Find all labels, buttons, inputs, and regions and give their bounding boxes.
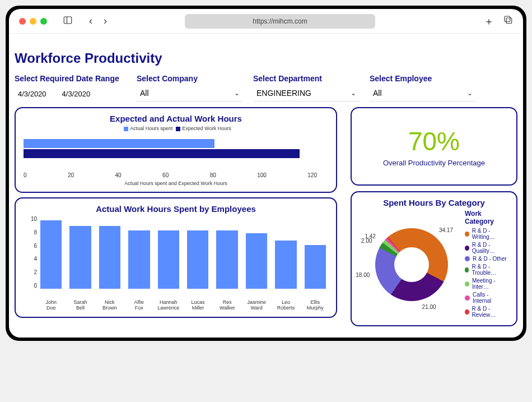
legend-item: R & D - Writing… bbox=[465, 228, 508, 240]
x-category-label: JasmineWard bbox=[246, 300, 267, 311]
nav-forward-icon[interactable]: › bbox=[99, 15, 112, 27]
chart-legend: Actual Hours spentExpected Work Hours bbox=[24, 126, 328, 131]
svg-rect-3 bbox=[506, 18, 512, 24]
nav-back-icon[interactable]: ‹ bbox=[84, 15, 97, 27]
vbar-alfie-fox bbox=[128, 230, 150, 289]
browser-bar: ‹ › https://mihcm.com ＋ bbox=[9, 9, 523, 34]
legend-item: Meeting - Inter… bbox=[465, 278, 508, 290]
chart-title: Actual Work Hours Spent by Employees bbox=[24, 204, 328, 214]
x-category-label: EllisMurphy bbox=[305, 300, 326, 311]
card-expected-actual: Expected and Actual Work Hours Actual Ho… bbox=[15, 107, 337, 193]
donut-legend: Work Category R & D - Writing…R & D - Qu… bbox=[465, 210, 508, 320]
x-axis-label: Actual Hours spent and Expected Work Hou… bbox=[24, 181, 328, 186]
close-window-icon[interactable] bbox=[19, 18, 26, 25]
kpi-value: 70% bbox=[408, 126, 460, 156]
legend-item: R & D - Quality… bbox=[465, 242, 508, 254]
x-category-label: HannahLawrence bbox=[157, 300, 179, 311]
vbar-chart: 1086420 JohnDoeSarahBellNickBrownAlfieFo… bbox=[24, 216, 328, 311]
department-select[interactable]: ENGINEERING ⌄ bbox=[253, 86, 360, 101]
hbar-actual-hours-spent bbox=[24, 139, 214, 148]
sidebar-toggle-icon[interactable] bbox=[63, 15, 73, 27]
vbar-lucas-miller bbox=[187, 230, 208, 289]
x-category-label: RexWalker bbox=[217, 300, 238, 311]
filter-label-employee: Select Employee bbox=[370, 74, 476, 83]
employee-value: All bbox=[373, 89, 382, 98]
x-category-label: AlfieFox bbox=[128, 300, 150, 311]
chart-title: Expected and Actual Work Hours bbox=[24, 114, 328, 123]
employee-select[interactable]: All ⌄ bbox=[370, 86, 476, 101]
filter-bar: Select Required Date Range 4/3/2020 4/3/… bbox=[15, 74, 517, 101]
donut-value-label: 18.00 bbox=[356, 272, 370, 278]
url-text: https://mihcm.com bbox=[253, 17, 307, 25]
x-category-label: SarahBell bbox=[69, 300, 91, 311]
card-kpi: 70% Overall Productivity Percentage bbox=[351, 107, 517, 186]
page-title: Workforce Productivity bbox=[15, 50, 517, 66]
date-end-input[interactable]: 4/3/2020 bbox=[62, 90, 91, 98]
card-by-employee: Actual Work Hours Spent by Employees 108… bbox=[15, 197, 337, 318]
kpi-label: Overall Productivity Percentage bbox=[383, 159, 485, 167]
vbar-leo-roberts bbox=[275, 241, 296, 289]
x-category-label: LeoRoberts bbox=[275, 300, 296, 311]
legend-item: R & D - Other bbox=[465, 256, 508, 262]
x-category-label: LucasMiller bbox=[187, 300, 208, 311]
chart-title: Spent Hours By Category bbox=[360, 198, 508, 207]
company-value: All bbox=[140, 89, 149, 98]
company-select[interactable]: All ⌄ bbox=[137, 86, 243, 101]
legend-title: Work Category bbox=[465, 210, 508, 225]
donut-value-label: 1.42 bbox=[365, 233, 375, 239]
legend-item: R & D - Trouble… bbox=[465, 264, 508, 276]
filter-label-company: Select Company bbox=[137, 74, 243, 83]
vbar-hannah-lawrence bbox=[158, 230, 179, 289]
legend-item: R & D - Review… bbox=[465, 306, 508, 318]
chevron-down-icon: ⌄ bbox=[234, 89, 240, 97]
hbar-chart: 020406080100120 Actual Hours spent and E… bbox=[24, 136, 328, 186]
chevron-down-icon: ⌄ bbox=[467, 89, 473, 97]
maximize-window-icon[interactable] bbox=[40, 18, 47, 25]
minimize-window-icon[interactable] bbox=[30, 18, 36, 25]
svg-rect-0 bbox=[64, 17, 72, 24]
window-controls bbox=[19, 18, 47, 25]
vbar-jasmine-ward bbox=[246, 233, 267, 289]
date-start-input[interactable]: 4/3/2020 bbox=[18, 90, 46, 98]
vbar-ellis-murphy bbox=[305, 245, 326, 289]
legend-item: Calls - Internal bbox=[465, 292, 508, 304]
card-by-category: Spent Hours By Category 34.1721.0018.002… bbox=[351, 191, 517, 326]
tabs-overview-icon[interactable] bbox=[503, 15, 513, 28]
vbar-nick-brown bbox=[99, 226, 120, 289]
donut-value-label: 21.00 bbox=[422, 304, 436, 310]
filter-label-date-range: Select Required Date Range bbox=[15, 74, 127, 83]
vbar-john-doe bbox=[40, 220, 62, 289]
x-category-label: JohnDoe bbox=[40, 300, 62, 311]
donut-value-label: 34.17 bbox=[439, 227, 453, 233]
chevron-down-icon: ⌄ bbox=[351, 89, 356, 97]
hbar-expected-work-hours bbox=[24, 149, 300, 158]
donut-chart: 34.1721.0018.002.001.42 bbox=[360, 214, 460, 315]
department-value: ENGINEERING bbox=[256, 89, 311, 98]
url-bar[interactable]: https://mihcm.com bbox=[185, 14, 375, 29]
x-category-label: NickBrown bbox=[99, 300, 120, 311]
new-tab-icon[interactable]: ＋ bbox=[484, 15, 494, 28]
filter-label-department: Select Department bbox=[253, 74, 360, 83]
vbar-sarah-bell bbox=[69, 226, 91, 289]
vbar-rex-walker bbox=[216, 230, 237, 289]
svg-rect-2 bbox=[505, 16, 510, 22]
